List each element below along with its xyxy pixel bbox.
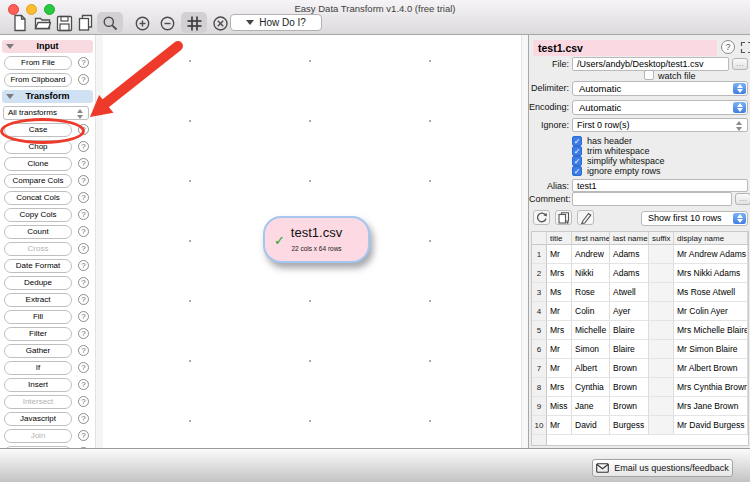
- input-item-from-file[interactable]: From File: [4, 56, 72, 70]
- transform-item-javascript[interactable]: Javascript: [4, 412, 72, 426]
- column-header-title[interactable]: title: [547, 232, 572, 245]
- encoding-select[interactable]: Automatic: [572, 100, 748, 115]
- table-cell[interactable]: [649, 302, 674, 321]
- table-cell[interactable]: Mrs Cynthia Brown: [674, 378, 748, 397]
- expand-panel-icon[interactable]: [740, 41, 750, 54]
- help-icon[interactable]: ?: [78, 311, 89, 322]
- canvas-node-test1[interactable]: ✓ test1.csv 22 cols x 64 rows: [263, 216, 370, 263]
- table-cell[interactable]: Andrew: [572, 245, 610, 264]
- table-cell[interactable]: Atwell: [610, 283, 649, 302]
- table-cell[interactable]: Mr Colin Ayer: [674, 302, 748, 321]
- help-icon[interactable]: ?: [78, 277, 89, 288]
- table-cell[interactable]: Mr Albert Brown: [674, 359, 748, 378]
- help-icon[interactable]: ?: [78, 294, 89, 305]
- transform-item-insert[interactable]: Insert: [4, 378, 72, 392]
- table-cell[interactable]: Simon: [572, 340, 610, 359]
- table-cell[interactable]: [649, 245, 674, 264]
- table-cell[interactable]: [649, 359, 674, 378]
- comment-more-button[interactable]: …: [735, 193, 750, 205]
- column-header-first-name[interactable]: first name: [572, 232, 610, 245]
- checkbox-ignore-empty-rows[interactable]: ✓: [572, 166, 582, 176]
- table-cell[interactable]: Mrs Michelle Blaire: [674, 321, 748, 340]
- row-number[interactable]: 2: [532, 264, 547, 283]
- refresh-button[interactable]: [533, 210, 550, 225]
- transform-item-filter[interactable]: Filter: [4, 327, 72, 341]
- table-cell[interactable]: Mr David Burgess: [674, 416, 748, 435]
- inspector-help-icon[interactable]: ?: [721, 40, 735, 54]
- alias-field[interactable]: test1: [572, 179, 748, 192]
- table-cell[interactable]: Nikki: [572, 264, 610, 283]
- table-cell[interactable]: Jane: [572, 397, 610, 416]
- table-cell[interactable]: Mr Andrew Adams: [674, 245, 748, 264]
- help-icon[interactable]: ?: [78, 362, 89, 373]
- transform-item-extract[interactable]: Extract: [4, 293, 72, 307]
- transform-item-gather[interactable]: Gather: [4, 344, 72, 358]
- sidebar-transform-header[interactable]: Transform: [2, 90, 93, 103]
- row-number[interactable]: 3: [532, 283, 547, 302]
- transform-filter-select[interactable]: All transforms: [3, 106, 89, 120]
- column-header-last-name[interactable]: last name: [610, 232, 649, 245]
- zoom-in-icon[interactable]: [132, 13, 152, 33]
- table-cell[interactable]: Mr: [547, 416, 572, 435]
- help-icon[interactable]: ?: [78, 74, 89, 85]
- table-cell[interactable]: Rose: [572, 283, 610, 302]
- open-file-icon[interactable]: [32, 13, 52, 33]
- table-cell[interactable]: [649, 378, 674, 397]
- sidebar-scrollbar[interactable]: [95, 35, 103, 448]
- help-icon[interactable]: ?: [78, 192, 89, 203]
- table-cell[interactable]: Ms Rose Atwell: [674, 283, 748, 302]
- table-cell[interactable]: Mrs: [547, 378, 572, 397]
- table-cell[interactable]: Michelle: [572, 321, 610, 340]
- new-document-icon[interactable]: [10, 13, 30, 33]
- comment-field[interactable]: [572, 192, 732, 206]
- help-icon[interactable]: ?: [78, 413, 89, 424]
- toggle-grid-icon[interactable]: [184, 13, 204, 33]
- transform-item-concat-cols[interactable]: Concat Cols: [4, 191, 72, 205]
- rows-shown-select[interactable]: Show first 10 rows: [641, 211, 748, 226]
- table-cell[interactable]: Mr: [547, 245, 572, 264]
- table-cell[interactable]: Brown: [610, 378, 649, 397]
- table-cell[interactable]: Mrs: [547, 321, 572, 340]
- edit-pencil-button[interactable]: [577, 210, 594, 225]
- browse-file-button[interactable]: …: [732, 58, 748, 70]
- transform-item-chop[interactable]: Chop: [4, 140, 72, 154]
- row-number[interactable]: 6: [532, 340, 547, 359]
- transform-item-cross[interactable]: Cross: [4, 242, 72, 256]
- transform-item-fill[interactable]: Fill: [4, 310, 72, 324]
- table-cell[interactable]: Mrs Jane Brown: [674, 397, 748, 416]
- help-icon[interactable]: ?: [78, 430, 89, 441]
- help-icon[interactable]: ?: [78, 379, 89, 390]
- copy-to-clipboard-button[interactable]: [555, 210, 572, 225]
- select-tool-icon[interactable]: [100, 13, 120, 33]
- email-feedback-button[interactable]: Email us questions/feedback: [592, 459, 733, 477]
- table-cell[interactable]: [649, 340, 674, 359]
- row-number[interactable]: 7: [532, 359, 547, 378]
- table-cell[interactable]: [649, 397, 674, 416]
- row-number[interactable]: 10: [532, 416, 547, 435]
- transform-item-date-format[interactable]: Date Format: [4, 259, 72, 273]
- table-cell[interactable]: Albert: [572, 359, 610, 378]
- table-cell[interactable]: [649, 264, 674, 283]
- help-icon[interactable]: ?: [78, 243, 89, 254]
- reset-zoom-icon[interactable]: [210, 13, 230, 33]
- table-cell[interactable]: [649, 321, 674, 340]
- column-header-suffix[interactable]: suffix: [649, 232, 674, 245]
- column-header-display-name[interactable]: display name: [674, 232, 748, 245]
- help-icon[interactable]: ?: [78, 345, 89, 356]
- transform-item-dedupe[interactable]: Dedupe: [4, 276, 72, 290]
- table-cell[interactable]: Blaire: [610, 321, 649, 340]
- checkbox-trim-whitespace[interactable]: ✓: [572, 146, 582, 156]
- transform-item-if[interactable]: If: [4, 361, 72, 375]
- help-icon[interactable]: ?: [78, 328, 89, 339]
- transform-item-intersect[interactable]: Intersect: [4, 395, 72, 409]
- table-cell[interactable]: Cynthia: [572, 378, 610, 397]
- sidebar-input-header[interactable]: Input: [2, 40, 93, 53]
- help-icon[interactable]: ?: [78, 57, 89, 68]
- table-cell[interactable]: Mr: [547, 302, 572, 321]
- table-cell[interactable]: Mrs Nikki Adams: [674, 264, 748, 283]
- help-icon[interactable]: ?: [78, 396, 89, 407]
- help-icon[interactable]: ?: [78, 209, 89, 220]
- ignore-rows-spinner[interactable]: First 0 row(s): [572, 118, 748, 132]
- help-icon[interactable]: ?: [78, 260, 89, 271]
- table-cell[interactable]: Burgess: [610, 416, 649, 435]
